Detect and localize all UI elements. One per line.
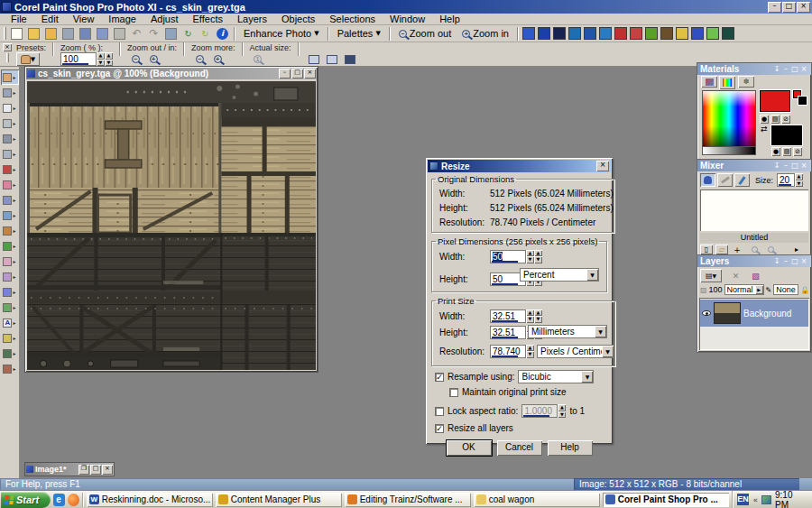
spin-buttons[interactable]: ▲▼ [526,345,534,358]
zoom-out-button[interactable]: − Zoom out [393,26,457,42]
clone-brush-tool[interactable]: ▸ [1,192,19,208]
resample-method-dropdown[interactable]: Bicubic ▼ [518,370,594,383]
remix-button[interactable] [764,245,777,254]
browse-icon[interactable] [42,26,60,42]
redo-icon[interactable]: ↷ [145,26,162,42]
close-icon[interactable]: × [799,161,808,171]
delete-layer-button[interactable]: ✕ [728,269,743,282]
pin-icon[interactable]: ↧ [772,256,781,267]
layer-opacity-value[interactable]: 100 [709,285,723,294]
print-width-input[interactable]: 32.51 [490,309,526,323]
tray-expand-icon[interactable]: « [752,495,758,504]
maximize-icon[interactable]: □ [790,64,799,75]
script-icon-8[interactable] [630,27,642,40]
script-icon-5[interactable] [584,27,596,40]
color-style-button[interactable]: ● [760,115,769,124]
enhance-photo-button[interactable]: Enhance Photo ▼ [238,26,325,42]
maximize-icon[interactable]: □ [790,256,799,267]
script-icon-11[interactable] [676,27,688,40]
menu-item[interactable]: View [66,14,102,25]
foreground-color-swatch[interactable] [760,90,790,112]
print-unit-dropdown[interactable]: Millimeters ▼ [528,325,607,338]
fit-window-to-image-button[interactable] [306,52,322,66]
unmix-button[interactable] [748,245,761,254]
import-icon[interactable] [60,26,77,42]
pin-icon[interactable]: ↧ [772,64,781,75]
layer-visibility-icon[interactable] [702,310,711,316]
print-resolution-input[interactable]: 78.740 [490,345,526,358]
menu-item[interactable]: Edit [34,14,66,25]
warp-brush-tool[interactable]: ▸ [1,361,19,376]
pan-tool[interactable]: ▸ [1,69,19,85]
actual-size-button[interactable]: 1 [250,52,266,66]
mixer-tube-button[interactable] [700,173,715,187]
script-icon-10[interactable] [660,27,673,40]
close-icon[interactable]: × [799,256,808,267]
save-icon[interactable] [77,26,94,42]
spin-buttons[interactable]: ▲▼ [795,173,803,187]
image-canvas[interactable] [27,81,316,370]
lock-aspect-ratio-checkbox[interactable] [435,407,444,416]
maximize-icon[interactable]: □ [790,161,799,171]
menu-item[interactable]: Image [101,14,143,25]
close-icon[interactable]: × [3,43,12,51]
script-icon-4[interactable] [568,27,581,40]
eraser-tool[interactable]: ▸ [1,254,19,269]
menu-item[interactable]: File [4,14,34,25]
save-as-icon[interactable] [94,26,111,42]
toolbar-grip[interactable] [4,27,6,40]
mixer-knife-button[interactable] [717,173,733,187]
zoom-out-button[interactable]: − [127,52,143,66]
taskbar-task[interactable]: Editing Trainz/Software ... [345,493,471,507]
maximize-icon[interactable]: □ [90,465,101,475]
pixel-unit-dropdown[interactable]: Percent ▼ [520,268,599,282]
script-icon-13[interactable] [706,27,719,40]
taskbar-task[interactable]: Corel Paint Shop Pro ... [603,493,729,507]
undo-icon[interactable]: ↶ [128,26,145,42]
pin-icon[interactable]: ↧ [772,161,781,171]
link-set-dropdown[interactable]: None [773,284,798,295]
zoom-in-more-button[interactable]: + [209,52,226,66]
menu-item[interactable]: Help [432,14,467,25]
zoom-in-button[interactable]: + [145,52,161,66]
scratch-remover-tool[interactable]: ▸ [1,208,19,223]
spin-buttons[interactable]: ▲▼ [97,52,105,66]
pen-tool[interactable]: ▸ [1,346,19,361]
resample-checkbox[interactable]: ✓ [435,373,444,382]
info-icon[interactable]: i [214,26,231,42]
minimize-icon[interactable]: – [781,161,790,171]
script-icon-2[interactable] [538,27,550,40]
blend-mode-dropdown[interactable]: Normal ▶ [724,284,764,295]
fit-image-to-window-button[interactable] [324,52,340,66]
script-icon-1[interactable] [522,27,535,40]
resolution-unit-dropdown[interactable]: Pixels / Centimeter ▼ [537,345,614,358]
internet-explorer-icon[interactable]: e [53,494,65,506]
language-indicator[interactable]: EN [737,494,750,505]
close-icon[interactable]: × [799,64,808,75]
network-tray-icon[interactable] [761,495,771,504]
start-button[interactable]: Start [1,492,51,508]
close-icon[interactable]: × [596,161,609,171]
maximize-icon[interactable]: □ [291,69,303,79]
maintain-print-size-checkbox[interactable] [449,388,458,397]
print-height-input[interactable]: 32.51 [490,326,526,339]
red-eye-tool[interactable]: ▸ [1,162,19,177]
color-style-button[interactable]: ● [771,147,780,156]
script-icon-9[interactable] [645,27,658,40]
full-screen-preview-button[interactable] [342,52,358,66]
new-icon[interactable] [8,26,25,42]
print-icon[interactable] [111,26,128,42]
swap-colors-icon[interactable]: ⇄ [761,125,768,134]
script-icon-6[interactable] [599,27,612,40]
materials-titlebar[interactable]: Materials ↧ – □ × [697,63,811,75]
dialog-titlebar[interactable]: Resize × [428,160,611,172]
paint-brush-tool[interactable]: ▸ [1,223,19,238]
cancel-button[interactable]: Cancel [497,440,542,456]
slider-button[interactable]: ▲▼ [534,250,542,263]
mixer-dropper-button[interactable] [734,173,750,187]
ok-button[interactable]: OK [447,440,492,456]
script-icon-12[interactable] [691,27,704,40]
taskbar-task[interactable]: W Reskinning.doc - Microso... [87,493,213,507]
more-button[interactable]: + [731,245,743,254]
toolbar-grip[interactable] [6,53,9,62]
